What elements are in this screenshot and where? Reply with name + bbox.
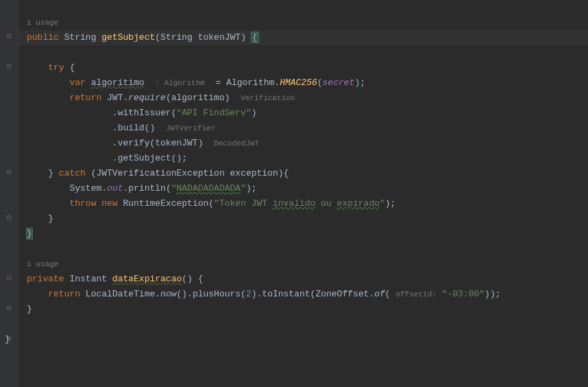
keyword-return: return (48, 289, 80, 299)
code-line[interactable]: } (5, 332, 588, 347)
static-method: HMAC256 (280, 78, 317, 88)
method-call: require (128, 93, 166, 103)
field-ref: out (107, 183, 123, 194)
fold-icon: ⊟ (7, 301, 12, 316)
method-call: of (374, 289, 385, 299)
class-ref: JWT (107, 93, 123, 103)
exception-name: exception (230, 168, 278, 178)
type-hint: : Algorithm (155, 79, 205, 87)
method-call: now (160, 289, 176, 299)
code-line[interactable] (27, 317, 588, 332)
code-line[interactable]: return JWT.require(algoritimo) Verificat… (27, 91, 588, 106)
code-line[interactable]: .getSubject(); (27, 151, 588, 166)
fold-icon: ⊟ (7, 210, 12, 225)
keyword-new: new (101, 198, 117, 209)
class-ref: LocalDateTime (86, 289, 155, 299)
var-name: algoritimo (91, 78, 145, 88)
code-line[interactable]: throw new RuntimeException("Token JWT in… (27, 196, 588, 211)
usage-hint[interactable]: 1 usage (27, 257, 588, 272)
method-name: getSubject (101, 32, 155, 43)
string-part: invalido (273, 198, 315, 209)
code-line[interactable]: .verify(tokenJWT) DecodedJWT (27, 136, 588, 151)
code-line[interactable]: try { (27, 60, 588, 75)
keyword-return: return (69, 93, 101, 103)
fold-icon[interactable]: ⊟ (7, 165, 12, 180)
code-line[interactable]: private Instant dataExpiracao() { (27, 272, 588, 287)
param-hint: offsetId: (395, 290, 436, 298)
keyword-var: var (69, 78, 85, 88)
param-name: tokenJWT (198, 32, 241, 43)
code-line[interactable]: public String getSubject(String tokenJWT… (19, 30, 588, 45)
keyword-private: private (27, 274, 64, 284)
code-line[interactable]: } (27, 302, 588, 317)
code-line[interactable]: .build() JWTVerifier (27, 121, 588, 136)
method-call: getSubject (118, 153, 171, 163)
caret-brace: { (251, 32, 259, 43)
string-literal: "-03:00" (442, 289, 485, 299)
code-line[interactable]: .withIssuer("API FindServ") (27, 106, 588, 121)
method-call: toInstant (262, 289, 310, 299)
string-part: ou (315, 198, 336, 209)
field-ref: secret (323, 78, 355, 88)
keyword-catch: catch (59, 168, 86, 178)
string-literal: "API FindServ" (176, 108, 251, 118)
code-line[interactable] (27, 45, 588, 60)
string-part: " (380, 198, 385, 209)
code-line[interactable]: } (27, 226, 588, 242)
string-literal: NADADADADADA (177, 183, 241, 194)
fold-icon[interactable]: ⊟ (7, 59, 12, 74)
param-type: String (160, 32, 193, 43)
keyword-try: try (48, 62, 64, 73)
method-call: verify (118, 138, 150, 148)
method-call: println (128, 183, 166, 194)
arg: tokenJWT (155, 138, 197, 148)
editor-gutter[interactable]: ⊟ ⊟ ⊟ ⊟ ⊟ ⊟ ⊟ (0, 0, 19, 387)
code-line[interactable]: return LocalDateTime.now().plusHours(2).… (27, 287, 588, 302)
type-hint: JWTVerifier (166, 124, 216, 132)
method-name: dataExpiracao (112, 274, 182, 284)
method-call: plusHours (193, 289, 241, 299)
exception-type: JWTVerificationException (96, 168, 224, 178)
type-hint: Verification (241, 94, 295, 102)
class-ref: RuntimeException (123, 198, 208, 209)
type-hint: DecodedJWT (214, 139, 259, 148)
keyword-throw: throw (69, 198, 96, 209)
type-string: String (64, 32, 97, 43)
usage-hint[interactable]: 1 usage (27, 15, 588, 30)
arg: algoritimo (171, 93, 225, 103)
class-ref: System (69, 183, 101, 194)
method-call: withIssuer (118, 108, 171, 118)
class-ref: Algorithm (226, 78, 274, 88)
code-line[interactable] (27, 242, 588, 257)
code-line[interactable]: } catch (JWTVerificationException except… (27, 166, 588, 181)
method-call: build (118, 123, 145, 133)
code-editor[interactable]: 1 usage public String getSubject(String … (19, 0, 588, 347)
keyword-public: public (27, 32, 59, 43)
code-line[interactable]: System.out.println("NADADADADADA"); (27, 181, 588, 196)
fold-icon[interactable]: ⊟ (7, 29, 12, 44)
fold-icon[interactable]: ⊟ (7, 270, 12, 285)
string-part: "Token JWT (214, 198, 273, 209)
class-ref: ZoneOffset (315, 289, 369, 299)
match-brace: } (27, 228, 32, 239)
string-part: expirado (337, 198, 380, 209)
return-type: Instant (69, 274, 107, 284)
code-line[interactable]: } (27, 211, 588, 226)
number-literal: 2 (246, 289, 252, 299)
code-line[interactable]: var algoritimo : Algorithm = Algorithm.H… (27, 75, 588, 91)
